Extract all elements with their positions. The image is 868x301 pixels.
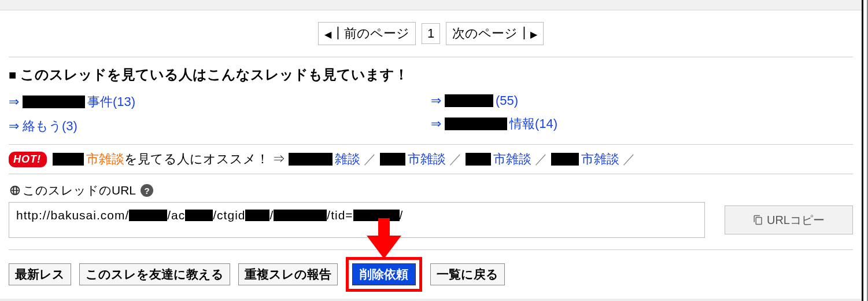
related-threads: ⇒ 事件(13) ⇒ 絡もう(3) ⇒ (55) ⇒ 情報(14) [9, 90, 853, 144]
globe-icon [9, 184, 21, 197]
pagination: ◀┃前のページ 1 次のページ┃▶ [9, 17, 853, 53]
recommend-topic: 市雑談 [86, 150, 124, 168]
latest-res-button[interactable]: 最新レス [9, 263, 71, 285]
back-to-list-button[interactable]: 一覧に戻る [430, 263, 505, 285]
related-link[interactable]: ⇒ 事件(13) [9, 90, 431, 114]
arrow-icon: ⇒ [431, 116, 441, 131]
redacted-block [445, 118, 507, 130]
related-link[interactable]: ⇒ 絡もう(3) [9, 114, 431, 138]
url-field[interactable]: http://bakusai.com/ /ac /ctgid / /tid= / [9, 202, 705, 238]
bottom-bar: 最新レス このスレを友達に教える 重複スレの報告 削除依頼 一覧に戻る [9, 249, 853, 292]
delete-request-button[interactable]: 削除依頼 [352, 263, 416, 285]
report-dup-button[interactable]: 重複スレの報告 [238, 263, 338, 285]
redacted-block [380, 153, 405, 166]
recommend-text: を見てる人にオススメ！ ⇒ [124, 150, 285, 168]
recommend-row: HOT! 市雑談 を見てる人にオススメ！ ⇒ 雑談 ／ 市雑談 ／ 市雑談 ／ … [9, 144, 853, 174]
redacted-block [445, 94, 493, 107]
url-copy-button[interactable]: URLコピー [725, 205, 853, 234]
related-link[interactable]: ⇒ (55) [431, 90, 853, 112]
recommend-link[interactable]: 市雑談 [493, 150, 531, 168]
delete-highlight: 削除依頼 [346, 257, 422, 292]
redacted-block [23, 96, 85, 108]
share-thread-button[interactable]: このスレを友達に教える [79, 263, 230, 285]
url-label: このスレッドのURL ? [9, 182, 853, 202]
arrow-icon: ⇒ [9, 94, 19, 109]
redacted-block [289, 153, 333, 166]
triangle-left-icon: ◀ [324, 30, 331, 39]
recommend-link[interactable]: 市雑談 [408, 150, 446, 168]
related-link[interactable]: ⇒ 情報(14) [431, 112, 853, 136]
help-icon[interactable]: ? [141, 184, 153, 197]
redacted-block [53, 153, 84, 166]
arrow-icon: ⇒ [9, 119, 19, 134]
recommend-link[interactable]: 雑談 [335, 150, 360, 168]
recommend-link[interactable]: 市雑談 [581, 150, 619, 168]
arrow-icon: ⇒ [431, 93, 441, 108]
copy-icon [753, 215, 763, 225]
next-page-button[interactable]: 次のページ┃▶ [446, 22, 544, 45]
redacted-block [466, 153, 491, 166]
page-number[interactable]: 1 [422, 23, 440, 44]
hot-badge: HOT! [9, 152, 47, 167]
redacted-block [551, 153, 579, 166]
triangle-right-icon: ▶ [530, 30, 537, 39]
prev-page-button[interactable]: ◀┃前のページ [318, 22, 416, 45]
related-title: ■ このスレッドを見ている人はこんなスレッドも見ています！ [9, 61, 853, 90]
